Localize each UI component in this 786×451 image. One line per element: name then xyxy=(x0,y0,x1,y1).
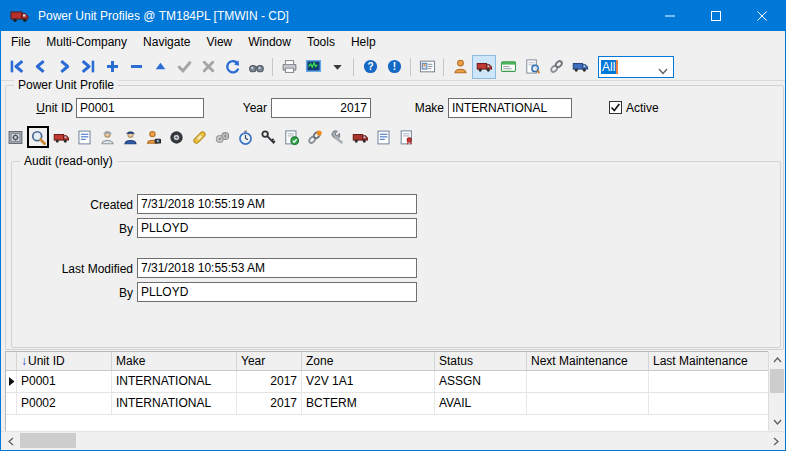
menu-navigate[interactable]: Navigate xyxy=(135,32,198,52)
tab-officer[interactable] xyxy=(119,126,141,148)
modified-by-field[interactable] xyxy=(137,282,417,302)
grid-cell[interactable]: INTERNATIONAL xyxy=(112,371,237,392)
tab-key[interactable] xyxy=(257,126,279,148)
cancel-icon xyxy=(200,58,217,75)
link-flame-icon xyxy=(306,129,323,146)
help-button[interactable]: ? xyxy=(358,55,382,79)
nav-next-button[interactable] xyxy=(52,55,76,79)
make-field[interactable] xyxy=(448,98,572,118)
menu-help[interactable]: Help xyxy=(343,32,384,52)
tab-certificate-document[interactable] xyxy=(395,126,417,148)
about-button[interactable]: ! xyxy=(382,55,406,79)
grid-row-p0001[interactable]: P0001INTERNATIONAL2017V2V 1A1ASSGN xyxy=(6,371,768,393)
created-by-field[interactable] xyxy=(137,218,417,238)
scroll-up-button[interactable] xyxy=(769,352,785,368)
nav-last-button[interactable] xyxy=(76,55,100,79)
grid-cell[interactable]: 2017 xyxy=(237,393,302,414)
grid-cell[interactable] xyxy=(649,371,768,392)
grid-cell[interactable]: P0001 xyxy=(17,371,112,392)
unit-id-field[interactable] xyxy=(76,98,204,118)
tab-notes-document[interactable] xyxy=(73,126,95,148)
move-top-button[interactable] xyxy=(148,55,172,79)
app-truck-icon xyxy=(10,8,30,24)
grid-cell[interactable] xyxy=(527,393,649,414)
minimize-button[interactable] xyxy=(647,1,693,31)
created-field[interactable] xyxy=(137,194,417,214)
audit-group-label: Audit (read-only) xyxy=(20,154,117,168)
menu-view[interactable]: View xyxy=(198,32,240,52)
nav-first-button[interactable] xyxy=(4,55,28,79)
tab-gears[interactable] xyxy=(211,126,233,148)
modified-field[interactable] xyxy=(137,258,417,278)
search-document-icon xyxy=(524,58,541,75)
tab-tire[interactable] xyxy=(165,126,187,148)
driver-person-button[interactable] xyxy=(448,55,472,79)
cancel-button[interactable] xyxy=(196,55,220,79)
contact-card-button[interactable] xyxy=(415,55,439,79)
nav-prev-button[interactable] xyxy=(28,55,52,79)
tab-person-photo[interactable] xyxy=(142,126,164,148)
tab-truck[interactable] xyxy=(50,126,72,148)
tab-stopwatch[interactable] xyxy=(234,126,256,148)
grid-cell[interactable]: INTERNATIONAL xyxy=(112,393,237,414)
toolbar-separator xyxy=(272,58,273,76)
scroll-left-button[interactable] xyxy=(2,432,19,450)
grid-cell[interactable]: 2017 xyxy=(237,371,302,392)
tab-link-flame[interactable] xyxy=(303,126,325,148)
trailer-truck-button[interactable] xyxy=(568,55,592,79)
scroll-down-button[interactable] xyxy=(769,414,785,430)
column-header-next-maintenance[interactable]: Next Maintenance xyxy=(527,352,649,370)
grid-cell[interactable] xyxy=(527,371,649,392)
tab-safe[interactable] xyxy=(4,126,26,148)
power-unit-truck-button[interactable] xyxy=(472,55,496,79)
column-header-status[interactable]: Status xyxy=(435,352,527,370)
link-chain-button[interactable] xyxy=(544,55,568,79)
search-document-button[interactable] xyxy=(520,55,544,79)
text-caret xyxy=(616,60,618,74)
tab-wrench[interactable] xyxy=(326,126,348,148)
chevron-down-icon[interactable] xyxy=(658,64,668,78)
tab-document-check[interactable] xyxy=(280,126,302,148)
find-binoculars-button[interactable] xyxy=(244,55,268,79)
monitor-dropdown-button[interactable] xyxy=(325,55,349,79)
menu-tools[interactable]: Tools xyxy=(299,32,343,52)
truck-icon xyxy=(53,129,70,146)
license-card-button[interactable] xyxy=(496,55,520,79)
grid-cell[interactable]: ASSGN xyxy=(435,371,527,392)
filter-combobox[interactable]: All xyxy=(598,56,674,78)
tab-driver[interactable] xyxy=(96,126,118,148)
refresh-button[interactable] xyxy=(220,55,244,79)
grid-cell[interactable] xyxy=(649,393,768,414)
column-header-make[interactable]: Make xyxy=(112,352,237,370)
tab-report-document[interactable] xyxy=(372,126,394,148)
tab-bandage[interactable] xyxy=(188,126,210,148)
active-checkbox[interactable] xyxy=(609,101,622,114)
menu-file[interactable]: File xyxy=(3,32,38,52)
system-monitor-button[interactable] xyxy=(301,55,325,79)
vertical-scroll-thumb[interactable] xyxy=(770,369,784,393)
save-button[interactable] xyxy=(172,55,196,79)
horizontal-scroll-thumb[interactable] xyxy=(20,433,76,448)
grid-cell[interactable]: AVAIL xyxy=(435,393,527,414)
column-header-year[interactable]: Year xyxy=(237,352,302,370)
maximize-button[interactable] xyxy=(693,1,739,31)
officer-icon xyxy=(122,129,139,146)
grid-cell[interactable]: V2V 1A1 xyxy=(302,371,435,392)
print-button[interactable] xyxy=(277,55,301,79)
year-field[interactable] xyxy=(271,98,371,118)
scroll-right-button[interactable] xyxy=(767,432,784,450)
menu-multi-company[interactable]: Multi-Company xyxy=(38,32,135,52)
column-header-unit-id[interactable]: ↓Unit ID xyxy=(17,352,112,370)
close-button[interactable] xyxy=(739,1,785,31)
menu-window[interactable]: Window xyxy=(240,32,299,52)
notes-document-icon xyxy=(76,129,93,146)
column-header-zone[interactable]: Zone xyxy=(302,352,435,370)
grid-cell[interactable]: BCTERM xyxy=(302,393,435,414)
grid-cell[interactable]: P0002 xyxy=(17,393,112,414)
add-record-button[interactable] xyxy=(100,55,124,79)
column-header-last-maintenance[interactable]: Last Maintenance xyxy=(649,352,768,370)
tab-search-magnifier[interactable] xyxy=(27,126,49,148)
delete-record-button[interactable] xyxy=(124,55,148,79)
grid-row-p0002[interactable]: P0002INTERNATIONAL2017BCTERMAVAIL xyxy=(6,393,768,415)
tab-maintenance-truck[interactable] xyxy=(349,126,371,148)
